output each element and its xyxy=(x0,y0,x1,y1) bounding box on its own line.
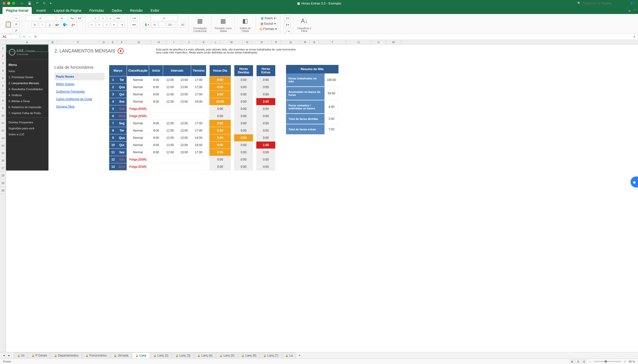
table-cell[interactable]: Folga (DSR) xyxy=(127,156,149,163)
column-header[interactable]: D xyxy=(100,40,108,44)
table-cell[interactable]: 8:00 xyxy=(209,120,231,127)
table-cell[interactable]: 8 xyxy=(109,127,117,134)
table-cell[interactable] xyxy=(206,156,209,163)
table-cell[interactable]: 13:00 xyxy=(177,134,191,142)
table-cell[interactable]: 8:00 xyxy=(209,84,231,91)
table-cell[interactable] xyxy=(231,76,234,84)
name-box[interactable]: A1▴▾ xyxy=(1,34,21,39)
table-cell[interactable] xyxy=(206,84,209,91)
table-cell[interactable] xyxy=(253,163,256,170)
table-cell[interactable]: 12:00 xyxy=(163,142,177,149)
table-cell[interactable]: Normal xyxy=(127,127,149,134)
decrease-font-button[interactable]: A▾ xyxy=(76,16,83,21)
table-cell[interactable]: 1 xyxy=(109,76,117,84)
table-cell[interactable]: Sáb xyxy=(117,156,127,163)
table-cell[interactable]: Normal xyxy=(127,76,149,84)
align-middle-button[interactable]: ≡ xyxy=(100,16,106,21)
fill-button[interactable]: ⬇▾ xyxy=(284,22,291,28)
table-cell[interactable]: Sex xyxy=(117,98,127,105)
close-window-button[interactable] xyxy=(3,2,6,5)
table-cell[interactable] xyxy=(163,163,177,170)
table-cell[interactable] xyxy=(163,156,177,163)
table-cell[interactable]: Normal xyxy=(127,134,149,142)
sort-filter-button[interactable]: A↓Classificar e Filtrar xyxy=(297,16,312,32)
table-cell[interactable] xyxy=(253,98,256,105)
increase-font-button[interactable]: A▴ xyxy=(69,16,75,21)
fill-color-button[interactable]: 🪣▾ xyxy=(62,22,69,28)
table-cell[interactable]: Qui xyxy=(117,91,127,98)
share-icon[interactable]: 👤⁺ xyxy=(630,2,635,5)
number-format-selector[interactable]: ▾ xyxy=(150,16,178,21)
table-cell[interactable]: 17:00 xyxy=(191,91,206,98)
table-cell[interactable]: 0:00 xyxy=(234,98,253,105)
table-cell[interactable]: Folga (DSR) xyxy=(127,105,149,112)
table-cell[interactable] xyxy=(206,134,209,142)
table-cell[interactable]: 11 xyxy=(109,149,117,156)
table-cell[interactable]: 10 xyxy=(109,142,117,149)
table-cell[interactable]: 0:00 xyxy=(234,149,253,156)
indent-decrease-button[interactable]: ⇤ xyxy=(111,22,117,28)
sidebar-item[interactable]: 2. Lançamentos Mensais xyxy=(6,80,49,86)
table-cell[interactable]: 0:00 xyxy=(234,156,253,163)
font-color-button[interactable]: A▾ xyxy=(70,22,77,28)
table-cell[interactable] xyxy=(231,91,234,98)
font-selector[interactable]: ▾ xyxy=(25,16,55,21)
row-header[interactable]: 1 xyxy=(0,44,6,52)
confirm-formula-button[interactable]: ✓ xyxy=(27,35,33,38)
table-cell[interactable]: 8:00 xyxy=(149,149,163,156)
table-cell[interactable]: 0:00 xyxy=(209,112,231,120)
table-cell[interactable] xyxy=(253,91,256,98)
table-cell[interactable]: 17:00 xyxy=(191,149,206,156)
table-cell[interactable]: Qui xyxy=(117,142,127,149)
table-cell[interactable] xyxy=(206,149,209,156)
table-cell[interactable]: 12:00 xyxy=(163,76,177,84)
row-header[interactable]: 7 xyxy=(0,90,6,97)
minimize-window-button[interactable] xyxy=(7,2,10,5)
row-header[interactable]: 8 xyxy=(0,97,6,104)
table-cell[interactable] xyxy=(253,142,256,149)
align-center-button[interactable]: ≡ xyxy=(96,22,103,28)
table-cell[interactable]: Qua xyxy=(117,134,127,142)
sidebar-footer-item[interactable]: Sobre a LUZ xyxy=(6,131,49,137)
column-header[interactable]: O xyxy=(252,40,272,44)
table-cell[interactable] xyxy=(149,163,163,170)
sheet-tab[interactable]: 🔒Lanç xyxy=(132,352,150,358)
table-cell[interactable]: Normal xyxy=(127,149,149,156)
row-header[interactable]: 10 xyxy=(0,112,6,119)
column-header[interactable]: R xyxy=(301,40,310,44)
table-cell[interactable]: 13 xyxy=(109,163,117,170)
table-cell[interactable]: 9:00 xyxy=(209,142,231,149)
search-box[interactable]: 🔍 xyxy=(577,2,627,5)
formula-input[interactable] xyxy=(38,34,631,39)
row-header[interactable]: 18 xyxy=(0,172,6,179)
table-cell[interactable] xyxy=(253,156,256,163)
table-cell[interactable]: 3 xyxy=(109,91,117,98)
column-header[interactable]: Q xyxy=(281,40,301,44)
sheet-tab[interactable]: 🔒Lanç (2) xyxy=(150,352,172,358)
row-header[interactable]: 11 xyxy=(0,119,6,127)
table-cell[interactable]: 17:00 xyxy=(191,120,206,127)
table-cell[interactable]: Sex xyxy=(117,149,127,156)
row-header[interactable]: 20 xyxy=(0,187,6,194)
table-cell[interactable]: Dom xyxy=(117,163,127,170)
table-cell[interactable]: 0:00 xyxy=(234,142,253,149)
table-cell[interactable] xyxy=(206,76,209,84)
table-cell[interactable] xyxy=(149,105,163,112)
table-cell[interactable]: 12:00 xyxy=(163,91,177,98)
table-cell[interactable]: 0:00 xyxy=(256,163,275,170)
table-cell[interactable] xyxy=(163,105,177,112)
table-cell[interactable] xyxy=(191,163,206,170)
table-cell[interactable]: 6 xyxy=(109,112,117,120)
table-cell[interactable] xyxy=(231,105,234,112)
zoom-out-button[interactable]: − xyxy=(589,360,591,363)
table-cell[interactable] xyxy=(231,149,234,156)
ribbon-tab-exibir[interactable]: Exibir xyxy=(147,7,163,14)
toolbar-more-icon[interactable]: ▾ xyxy=(50,2,52,5)
table-cell[interactable] xyxy=(191,156,206,163)
table-cell[interactable] xyxy=(206,142,209,149)
row-header[interactable]: 16 xyxy=(0,157,6,164)
table-cell[interactable]: 18:00 xyxy=(191,142,206,149)
table-cell[interactable] xyxy=(149,112,163,120)
sheet-tab[interactable]: 🔒La xyxy=(282,352,296,358)
cut-button[interactable]: ✂ xyxy=(13,16,20,21)
